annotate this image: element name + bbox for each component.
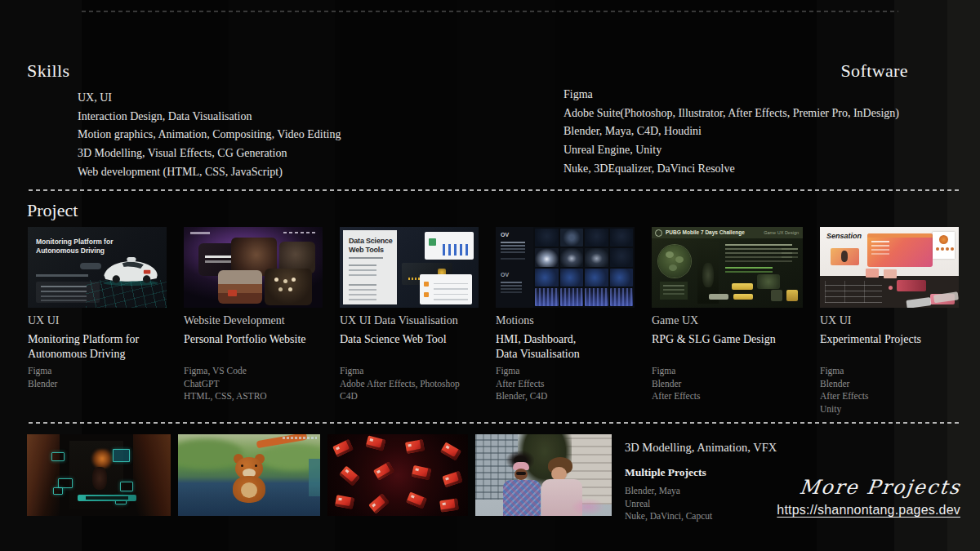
thumb-graphic <box>92 467 107 490</box>
thumb-graphic <box>897 280 926 291</box>
thumb-graphic <box>933 232 955 259</box>
showreel-thumbnail-scifi-scene[interactable] <box>27 434 171 516</box>
thumb-graphic <box>560 229 584 247</box>
tool-item: Unreal <box>625 498 777 511</box>
tool-item: Figma <box>820 365 959 378</box>
project-thumbnail-portfolio-website[interactable] <box>184 227 323 308</box>
thumb-graphic: Data Science Web Tools <box>343 230 397 304</box>
thumb-graphic <box>120 482 133 491</box>
project-card-data-science-tool[interactable]: Data Science Web Tools UX UI Data Visual… <box>340 227 479 415</box>
showreel-title: Multiple Projects <box>625 466 777 479</box>
thumb-graphic <box>366 435 386 451</box>
project-cards-row: Monitoring Platform for Autonomous Drivi… <box>28 227 960 415</box>
thumb-graphic <box>51 452 65 461</box>
thumb-graphic <box>36 274 88 277</box>
thumb-graphic <box>560 248 584 266</box>
software-heading: Software <box>564 60 908 82</box>
tool-item: Figma <box>28 365 167 378</box>
thumb-graphic <box>27 434 60 516</box>
thumb-graphic <box>434 280 468 300</box>
thumb-graphic <box>610 269 634 287</box>
thumb-graphic: OV <box>501 232 509 238</box>
software-item: Blender, Maya, C4D, Houdini <box>564 122 908 141</box>
project-title: Monitoring Platform for Autonomous Drivi… <box>28 332 167 365</box>
more-projects-block: More Projects https://shannontang.pages.… <box>777 476 960 518</box>
thumb-graphic <box>501 242 525 243</box>
project-thumbnail-data-science-tool[interactable]: Data Science Web Tools <box>340 227 479 308</box>
project-card-portfolio-website[interactable]: Website Development Personal Portfolio W… <box>184 227 323 415</box>
thumb-graphic <box>939 235 948 244</box>
project-title: Personal Portfolio Website <box>184 332 323 365</box>
thumb-graphic <box>274 278 278 282</box>
thumb-graphic <box>825 281 882 303</box>
thumb-graphic <box>349 257 383 259</box>
project-card-game-design[interactable]: PUBG Mobile 7 Days ChallengeGame UX Desi… <box>652 227 803 415</box>
showreel-thumbnail-red-abstract[interactable] <box>327 434 468 516</box>
showreel-thumbnail-street-characters[interactable] <box>475 434 612 516</box>
thumb-graphic <box>585 248 608 266</box>
software-item: Nuke, 3DEqualizer, DaVinci Resolve <box>564 160 908 179</box>
thumb-graphic: Sensation <box>820 227 959 276</box>
skills-list: UX, UIInteraction Design, Data Visualisa… <box>78 89 341 182</box>
skill-item: Motion graphics, Animation, Compositing,… <box>78 126 341 144</box>
showreel-thumbnail-teddy-bear[interactable] <box>178 434 320 516</box>
thumb-graphic: Data Science Web Tools <box>349 237 396 254</box>
thumb-graphic <box>53 487 63 495</box>
thumb-graphic <box>709 294 728 300</box>
skills-heading: Skills <box>27 60 341 82</box>
tool-item: Figma <box>652 365 803 378</box>
tool-item: C4D <box>340 390 479 403</box>
thumb-graphic <box>503 480 541 516</box>
thumb-graphic <box>339 466 360 487</box>
thumb-graphic <box>610 229 634 247</box>
thumb-graphic: Game UX Design <box>764 230 799 235</box>
more-projects-label: More Projects <box>798 476 962 499</box>
thumb-graphic: OV <box>501 272 509 278</box>
dashed-divider-bottom <box>29 422 960 424</box>
software-item: Figma <box>564 86 908 104</box>
thumb-graphic <box>424 282 429 287</box>
thumb-graphic <box>265 269 312 305</box>
tool-item: Figma, VS Code <box>184 365 323 378</box>
tool-item: Figma <box>496 365 635 378</box>
thumb-graphic <box>585 269 608 287</box>
thumb-graphic <box>757 274 780 289</box>
thumb-graphic <box>867 233 933 238</box>
thumb-graphic <box>906 297 931 308</box>
project-thumbnail-hmi-dashboard[interactable]: OV OV <box>496 227 635 308</box>
thumb-graphic <box>335 495 354 509</box>
tool-item: Figma <box>340 365 479 378</box>
project-thumbnail-monitoring-platform[interactable]: Monitoring Platform for Autonomous Drivi… <box>28 227 167 308</box>
project-tools: FigmaBlenderAfter EffectsUnity <box>820 365 959 415</box>
project-tools: Figma, VS CodeChatGPTHTML, CSS, ASTRO <box>184 365 323 403</box>
tool-item: HTML, CSS, ASTRO <box>184 390 323 403</box>
project-card-experimental[interactable]: Sensation UX UI Experimental Projects Fi… <box>820 227 959 415</box>
thumb-graphic <box>420 274 472 304</box>
thumb-graphic <box>406 491 427 509</box>
tool-item: ChatGPT <box>184 378 323 391</box>
autonomous-car-graphic <box>96 248 165 287</box>
project-title: Experimental Projects <box>820 332 959 365</box>
project-card-monitoring-platform[interactable]: Monitoring Platform for Autonomous Drivi… <box>28 227 167 415</box>
thumb-graphic <box>425 232 474 260</box>
project-card-hmi-dashboard[interactable]: OV OV Motions HMI, Dashboard, Data Visua… <box>496 227 635 415</box>
showreel-row <box>27 434 612 516</box>
project-thumbnail-experimental[interactable]: Sensation <box>820 227 959 308</box>
thumb-graphic <box>255 464 257 467</box>
thumb-graphic <box>127 257 136 262</box>
portfolio-link[interactable]: https://shannontang.pages.dev <box>777 503 960 518</box>
thumb-graphic <box>560 288 584 306</box>
thumb-graphic <box>133 434 171 516</box>
skill-item: Web development (HTML, CSS, JavaScript) <box>78 163 341 182</box>
project-thumbnail-game-design[interactable]: PUBG Mobile 7 Days ChallengeGame UX Desi… <box>652 227 803 308</box>
thumb-graphic <box>283 232 316 233</box>
thumb-graphic <box>841 251 848 262</box>
thumb-graphic <box>442 471 462 487</box>
project-category: UX UI <box>28 314 167 327</box>
thumb-graphic <box>41 286 87 287</box>
project-category: Motions <box>496 314 635 327</box>
showreel-tools: Blender, MayaUnrealNuke, DaVinci, Capcut <box>625 485 777 523</box>
skills-section: Skills UX, UIInteraction Design, Data Vi… <box>27 60 341 182</box>
thumb-graphic <box>503 454 546 516</box>
thumb-graphic <box>535 229 559 247</box>
